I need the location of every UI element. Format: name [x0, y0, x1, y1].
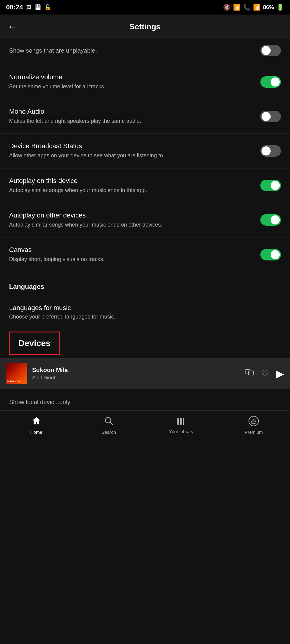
home-label: Home: [30, 430, 42, 435]
toggle-knob: [271, 181, 280, 190]
toggle-knob: [262, 146, 271, 155]
normalize-volume-text: Normalize volume Set the same volume lev…: [9, 73, 260, 90]
settings-content: Show songs that are unplayable. Normaliz…: [0, 39, 290, 410]
toggle-knob: [271, 215, 280, 224]
devices-sub-text: Show local devic...only: [9, 399, 70, 405]
photo-icon: 🖼: [26, 4, 31, 11]
mono-audio-title: Mono Audio: [9, 108, 254, 116]
mono-audio-text: Mono Audio Makes the left and right spea…: [9, 108, 260, 125]
nav-tab-home[interactable]: Home: [0, 416, 73, 435]
toggle-knob: [271, 77, 280, 87]
back-button[interactable]: ←: [7, 21, 17, 32]
devices-sub-section: Show local devic...only: [0, 389, 290, 410]
nav-tab-premium[interactable]: Premium: [218, 416, 290, 435]
bottom-nav: Home Search Your Library: [0, 410, 290, 443]
autoplay-this-row: Autoplay on this device Autoplay similar…: [0, 168, 290, 203]
heart-icon[interactable]: ♡: [261, 369, 269, 379]
settings-header: ← Settings: [0, 15, 290, 39]
album-figure: MARY KOM: [6, 363, 27, 384]
mono-audio-toggle[interactable]: [260, 111, 281, 122]
languages-for-music-title: Languages for music: [9, 304, 115, 312]
normalize-volume-toggle[interactable]: [260, 76, 281, 88]
search-label: Search: [101, 430, 116, 435]
autoplay-this-text: Autoplay on this device Autoplay similar…: [9, 177, 260, 194]
lock-icon: 🔓: [44, 4, 51, 11]
svg-point-9: [252, 420, 255, 421]
unplayable-toggle[interactable]: [260, 45, 281, 56]
devices-section-container: Devices: [0, 329, 290, 358]
album-art: MARY KOM: [6, 363, 27, 384]
mute-icon: 🔇: [223, 4, 231, 11]
library-label: Your Library: [169, 429, 193, 434]
track-info: Sukoon Mila Arijit Singh: [32, 367, 240, 381]
now-playing-bar[interactable]: MARY KOM Sukoon Mila Arijit Singh ♡ ▶: [0, 358, 290, 389]
mono-audio-row: Mono Audio Makes the left and right spea…: [0, 99, 290, 134]
call-icon: 📞: [243, 4, 251, 11]
autoplay-other-toggle[interactable]: [260, 214, 281, 226]
status-icons-right: 🔇 📶 📞 📶 86% 🔋: [223, 4, 284, 11]
languages-for-music-row[interactable]: Languages for music Choose your preferre…: [0, 296, 290, 329]
svg-rect-0: [245, 370, 250, 374]
autoplay-this-title: Autoplay on this device: [9, 177, 254, 185]
mono-audio-desc: Makes the left and right speakers play t…: [9, 117, 254, 125]
now-playing-controls: ♡ ▶: [245, 368, 284, 380]
autoplay-other-row: Autoplay on other devices Autoplay simil…: [0, 203, 290, 237]
status-time: 08:24: [6, 3, 23, 11]
premium-label: Premium: [245, 430, 263, 435]
autoplay-this-desc: Autoplay similar songs when your music e…: [9, 187, 254, 194]
track-title: Sukoon Mila: [32, 367, 240, 374]
devices-section-header: Devices: [18, 338, 51, 348]
svg-line-3: [110, 422, 113, 425]
device-broadcast-row: Device Broadcast Status Allow other apps…: [0, 134, 290, 168]
album-label: MARY KOM: [7, 380, 21, 383]
play-button[interactable]: ▶: [276, 368, 284, 380]
nav-tab-library[interactable]: Your Library: [145, 416, 218, 434]
device-broadcast-desc: Allow other apps on your device to see w…: [9, 152, 254, 159]
devices-section-highlight: Devices: [9, 332, 60, 355]
unplayable-label: Show songs that are unplayable.: [9, 47, 97, 54]
toggle-knob: [271, 250, 280, 259]
svg-rect-1: [249, 371, 253, 375]
svg-rect-6: [183, 418, 184, 425]
autoplay-this-toggle[interactable]: [260, 180, 281, 191]
normalize-volume-row: Normalize volume Set the same volume lev…: [0, 65, 290, 99]
canvas-title: Canvas: [9, 246, 254, 254]
normalize-volume-title: Normalize volume: [9, 73, 254, 81]
autoplay-other-title: Autoplay on other devices: [9, 211, 254, 219]
signal-icon: 📶: [253, 4, 261, 11]
languages-for-music-desc: Choose your preferred languages for musi…: [9, 314, 115, 320]
library-icon: [176, 416, 186, 427]
device-broadcast-title: Device Broadcast Status: [9, 142, 254, 150]
svg-rect-4: [177, 418, 179, 425]
canvas-toggle[interactable]: [260, 249, 281, 260]
nav-tab-search[interactable]: Search: [73, 416, 145, 435]
devices-sub-text-container: Show local devic...only: [9, 394, 281, 406]
autoplay-other-text: Autoplay on other devices Autoplay simil…: [9, 211, 260, 229]
languages-section-header: Languages: [0, 272, 290, 296]
svg-rect-5: [180, 418, 182, 425]
save-icon: 💾: [35, 4, 41, 11]
canvas-desc: Display short, looping visuals on tracks…: [9, 256, 254, 263]
premium-icon: [248, 416, 259, 428]
battery-icon: 🔋: [276, 4, 284, 11]
track-artist: Arijit Singh: [32, 375, 240, 381]
wifi-icon: 📶: [233, 4, 241, 11]
cast-icon[interactable]: [245, 368, 254, 379]
unplayable-songs-row: Show songs that are unplayable.: [0, 39, 290, 65]
languages-for-music-text: Languages for music Choose your preferre…: [9, 304, 115, 320]
search-icon: [104, 416, 114, 428]
device-broadcast-text: Device Broadcast Status Allow other apps…: [9, 142, 260, 159]
battery-percent: 86%: [263, 4, 274, 11]
autoplay-other-desc: Autoplay similar songs when your music e…: [9, 221, 254, 229]
device-broadcast-toggle[interactable]: [260, 145, 281, 157]
page-title: Settings: [7, 22, 283, 31]
status-bar: 08:24 🖼 💾 🔓 🔇 📶 📞 📶 86% 🔋: [0, 0, 290, 15]
normalize-volume-desc: Set the same volume level for all tracks: [9, 83, 254, 90]
canvas-text: Canvas Display short, looping visuals on…: [9, 246, 260, 263]
canvas-row: Canvas Display short, looping visuals on…: [0, 237, 290, 272]
home-icon: [31, 416, 41, 428]
toggle-knob: [262, 46, 271, 55]
toggle-knob: [262, 112, 271, 121]
